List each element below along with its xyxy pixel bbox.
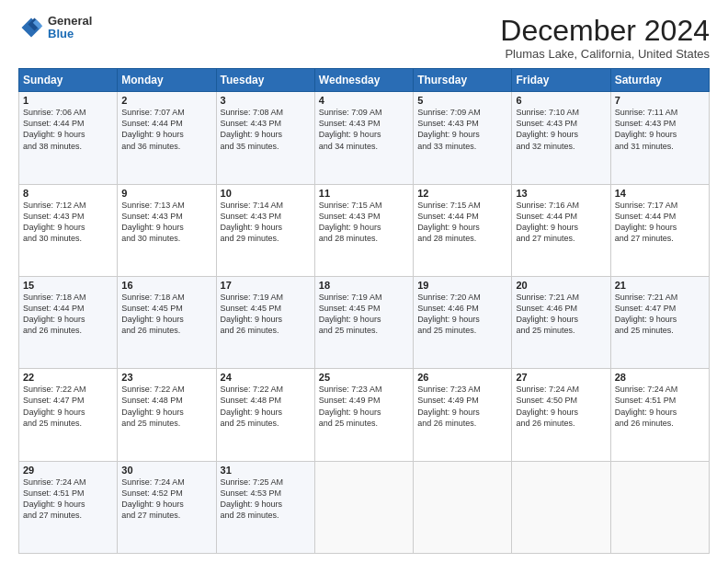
weekday-header: Tuesday (216, 69, 314, 92)
day-number: 4 (319, 95, 409, 106)
calendar-cell: 5Sunrise: 7:09 AMSunset: 4:43 PMDaylight… (414, 92, 512, 184)
calendar-cell: 17Sunrise: 7:19 AMSunset: 4:45 PMDayligh… (216, 276, 314, 368)
logo-text: General Blue (48, 15, 92, 41)
day-number: 2 (121, 95, 211, 106)
cell-details: Sunrise: 7:22 AMSunset: 4:48 PMDaylight:… (221, 384, 311, 429)
calendar-cell (314, 461, 413, 553)
calendar-cell (512, 461, 610, 553)
cell-details: Sunrise: 7:24 AMSunset: 4:51 PMDaylight:… (23, 477, 113, 522)
day-number: 25 (319, 372, 409, 383)
cell-details: Sunrise: 7:21 AMSunset: 4:46 PMDaylight:… (516, 292, 606, 337)
cell-details: Sunrise: 7:14 AMSunset: 4:43 PMDaylight:… (221, 200, 311, 245)
weekday-header: Friday (512, 69, 610, 92)
day-number: 28 (615, 372, 705, 383)
day-number: 10 (221, 188, 311, 199)
day-number: 11 (319, 188, 409, 199)
day-number: 7 (615, 95, 705, 106)
calendar-cell: 11Sunrise: 7:15 AMSunset: 4:43 PMDayligh… (314, 184, 413, 276)
calendar-cell: 14Sunrise: 7:17 AMSunset: 4:44 PMDayligh… (610, 184, 709, 276)
cell-details: Sunrise: 7:13 AMSunset: 4:43 PMDaylight:… (121, 200, 211, 245)
calendar-cell: 26Sunrise: 7:23 AMSunset: 4:49 PMDayligh… (414, 369, 512, 461)
cell-details: Sunrise: 7:19 AMSunset: 4:45 PMDaylight:… (221, 292, 311, 337)
day-number: 1 (23, 95, 113, 106)
cell-details: Sunrise: 7:08 AMSunset: 4:43 PMDaylight:… (221, 107, 311, 152)
cell-details: Sunrise: 7:23 AMSunset: 4:49 PMDaylight:… (417, 384, 507, 429)
calendar-cell: 12Sunrise: 7:15 AMSunset: 4:44 PMDayligh… (414, 184, 512, 276)
logo: General Blue (18, 15, 92, 41)
calendar-cell: 21Sunrise: 7:21 AMSunset: 4:47 PMDayligh… (610, 276, 709, 368)
day-number: 12 (417, 188, 507, 199)
calendar-cell: 24Sunrise: 7:22 AMSunset: 4:48 PMDayligh… (216, 369, 314, 461)
day-number: 27 (516, 372, 606, 383)
weekday-header: Sunday (19, 69, 118, 92)
day-number: 19 (417, 280, 507, 291)
calendar-cell: 9Sunrise: 7:13 AMSunset: 4:43 PMDaylight… (118, 184, 216, 276)
cell-details: Sunrise: 7:24 AMSunset: 4:52 PMDaylight:… (121, 477, 211, 522)
calendar-cell: 20Sunrise: 7:21 AMSunset: 4:46 PMDayligh… (512, 276, 610, 368)
day-number: 26 (417, 372, 507, 383)
cell-details: Sunrise: 7:11 AMSunset: 4:43 PMDaylight:… (615, 107, 705, 152)
calendar-cell: 28Sunrise: 7:24 AMSunset: 4:51 PMDayligh… (610, 369, 709, 461)
calendar-page: General Blue December 2024 Plumas Lake, … (0, 0, 728, 563)
day-number: 30 (121, 465, 211, 476)
cell-details: Sunrise: 7:07 AMSunset: 4:44 PMDaylight:… (121, 107, 211, 152)
calendar-week-row: 22Sunrise: 7:22 AMSunset: 4:47 PMDayligh… (19, 369, 710, 461)
cell-details: Sunrise: 7:10 AMSunset: 4:43 PMDaylight:… (516, 107, 606, 152)
cell-details: Sunrise: 7:22 AMSunset: 4:48 PMDaylight:… (121, 384, 211, 429)
calendar-cell: 7Sunrise: 7:11 AMSunset: 4:43 PMDaylight… (610, 92, 709, 184)
calendar-cell: 27Sunrise: 7:24 AMSunset: 4:50 PMDayligh… (512, 369, 610, 461)
weekday-header: Monday (118, 69, 216, 92)
header: General Blue December 2024 Plumas Lake, … (18, 15, 710, 61)
cell-details: Sunrise: 7:06 AMSunset: 4:44 PMDaylight:… (23, 107, 113, 152)
day-number: 8 (23, 188, 113, 199)
day-number: 16 (121, 280, 211, 291)
calendar-cell: 10Sunrise: 7:14 AMSunset: 4:43 PMDayligh… (216, 184, 314, 276)
calendar-cell: 25Sunrise: 7:23 AMSunset: 4:49 PMDayligh… (314, 369, 413, 461)
logo-blue-text: Blue (48, 28, 92, 40)
calendar-cell: 19Sunrise: 7:20 AMSunset: 4:46 PMDayligh… (414, 276, 512, 368)
month-title: December 2024 (500, 15, 710, 47)
calendar-cell: 4Sunrise: 7:09 AMSunset: 4:43 PMDaylight… (314, 92, 413, 184)
cell-details: Sunrise: 7:18 AMSunset: 4:44 PMDaylight:… (23, 292, 113, 337)
day-number: 22 (23, 372, 113, 383)
cell-details: Sunrise: 7:12 AMSunset: 4:43 PMDaylight:… (23, 200, 113, 245)
calendar-cell: 23Sunrise: 7:22 AMSunset: 4:48 PMDayligh… (118, 369, 216, 461)
calendar-cell: 6Sunrise: 7:10 AMSunset: 4:43 PMDaylight… (512, 92, 610, 184)
cell-details: Sunrise: 7:23 AMSunset: 4:49 PMDaylight:… (319, 384, 409, 429)
calendar-cell: 22Sunrise: 7:22 AMSunset: 4:47 PMDayligh… (19, 369, 118, 461)
day-number: 17 (221, 280, 311, 291)
calendar-cell: 31Sunrise: 7:25 AMSunset: 4:53 PMDayligh… (216, 461, 314, 553)
day-number: 14 (615, 188, 705, 199)
day-number: 6 (516, 95, 606, 106)
weekday-header-row: SundayMondayTuesdayWednesdayThursdayFrid… (19, 69, 710, 92)
cell-details: Sunrise: 7:18 AMSunset: 4:45 PMDaylight:… (121, 292, 211, 337)
cell-details: Sunrise: 7:21 AMSunset: 4:47 PMDaylight:… (615, 292, 705, 337)
day-number: 24 (221, 372, 311, 383)
title-block: December 2024 Plumas Lake, California, U… (500, 15, 710, 61)
day-number: 21 (615, 280, 705, 291)
calendar-cell: 3Sunrise: 7:08 AMSunset: 4:43 PMDaylight… (216, 92, 314, 184)
calendar-cell: 8Sunrise: 7:12 AMSunset: 4:43 PMDaylight… (19, 184, 118, 276)
location-text: Plumas Lake, California, United States (500, 47, 710, 61)
day-number: 15 (23, 280, 113, 291)
day-number: 5 (417, 95, 507, 106)
weekday-header: Saturday (610, 69, 709, 92)
cell-details: Sunrise: 7:15 AMSunset: 4:44 PMDaylight:… (417, 200, 507, 245)
calendar-cell (414, 461, 512, 553)
calendar-week-row: 15Sunrise: 7:18 AMSunset: 4:44 PMDayligh… (19, 276, 710, 368)
cell-details: Sunrise: 7:09 AMSunset: 4:43 PMDaylight:… (417, 107, 507, 152)
cell-details: Sunrise: 7:24 AMSunset: 4:51 PMDaylight:… (615, 384, 705, 429)
day-number: 29 (23, 465, 113, 476)
calendar-cell: 30Sunrise: 7:24 AMSunset: 4:52 PMDayligh… (118, 461, 216, 553)
cell-details: Sunrise: 7:22 AMSunset: 4:47 PMDaylight:… (23, 384, 113, 429)
cell-details: Sunrise: 7:09 AMSunset: 4:43 PMDaylight:… (319, 107, 409, 152)
day-number: 20 (516, 280, 606, 291)
cell-details: Sunrise: 7:17 AMSunset: 4:44 PMDaylight:… (615, 200, 705, 245)
cell-details: Sunrise: 7:24 AMSunset: 4:50 PMDaylight:… (516, 384, 606, 429)
calendar-table: SundayMondayTuesdayWednesdayThursdayFrid… (18, 68, 710, 554)
cell-details: Sunrise: 7:15 AMSunset: 4:43 PMDaylight:… (319, 200, 409, 245)
logo-general-text: General (48, 15, 92, 28)
cell-details: Sunrise: 7:25 AMSunset: 4:53 PMDaylight:… (221, 477, 311, 522)
calendar-cell: 29Sunrise: 7:24 AMSunset: 4:51 PMDayligh… (19, 461, 118, 553)
calendar-cell: 16Sunrise: 7:18 AMSunset: 4:45 PMDayligh… (118, 276, 216, 368)
